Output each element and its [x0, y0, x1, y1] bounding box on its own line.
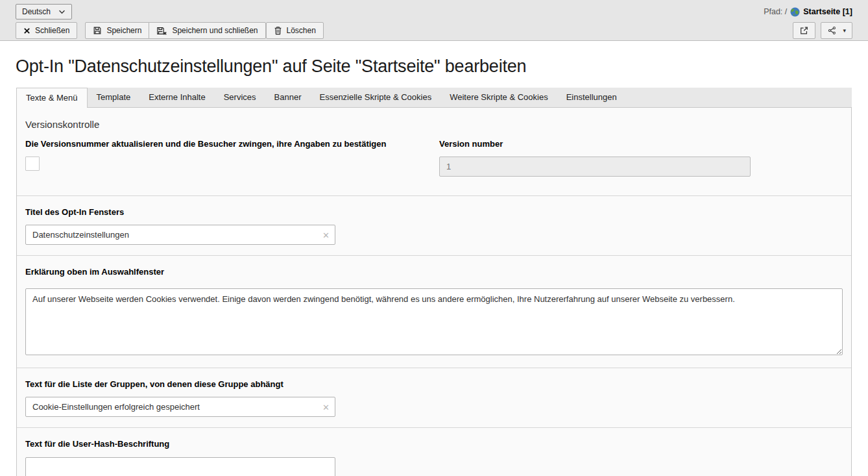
path-page-ref[interactable]: Startseite [1]: [790, 7, 852, 17]
tab-einstellungen[interactable]: Einstellungen: [557, 88, 626, 107]
explanation-label: Erklärung oben im Auswahlfenster: [25, 267, 843, 277]
section-group-list-text: Text für die Liste der Gruppen, von dene…: [17, 368, 851, 428]
open-in-new-window-button[interactable]: [793, 22, 815, 39]
path-label: Pfad: /: [764, 7, 787, 16]
explanation-textarea[interactable]: Auf unserer Webseite werden Cookies verw…: [25, 288, 843, 355]
breadcrumb: Pfad: / Startseite [1]: [764, 7, 852, 17]
optin-title-label: Titel des Opt-In Fensters: [25, 207, 843, 217]
tab-services[interactable]: Services: [215, 88, 265, 107]
tab-weitere-skripte[interactable]: Weitere Skripte & Cookies: [440, 88, 557, 107]
doc-header: Deutsch Pfad: / Startseite [1]: [0, 0, 868, 41]
version-update-checkbox-label: Die Versionsnummer aktualisieren und die…: [25, 139, 429, 149]
clear-field-icon[interactable]: ✕: [322, 403, 330, 411]
tab-template[interactable]: Template: [88, 88, 140, 107]
save-and-close-button-label: Speichern und schließen: [172, 26, 258, 35]
dropdown-caret-icon: ▾: [843, 27, 846, 34]
optin-title-input[interactable]: [25, 225, 335, 245]
close-icon: [23, 27, 30, 34]
version-update-checkbox[interactable]: [25, 157, 40, 171]
group-list-text-input[interactable]: [25, 397, 335, 417]
delete-button-label: Löschen: [287, 26, 316, 35]
share-dropdown-button[interactable]: ▾: [821, 22, 852, 39]
version-number-input: [439, 157, 751, 177]
clear-field-icon[interactable]: ✕: [322, 231, 330, 239]
section-user-hash-text: Text für die User-Hash-Beschriftung: [17, 428, 851, 476]
tab-banner[interactable]: Banner: [265, 88, 311, 107]
section-optin-title: Titel des Opt-In Fensters ✕: [17, 196, 851, 256]
close-button[interactable]: Schließen: [16, 22, 77, 39]
save-button-label: Speichern: [106, 26, 141, 35]
path-page-title: Startseite [1]: [803, 7, 852, 16]
tab-bar: Texte & Menü Template Externe Inhalte Se…: [16, 88, 852, 107]
language-select[interactable]: Deutsch: [16, 4, 72, 19]
trash-icon: [274, 26, 282, 35]
delete-button[interactable]: Löschen: [266, 22, 324, 39]
globe-icon: [790, 7, 800, 17]
user-hash-text-label: Text für die User-Hash-Beschriftung: [25, 439, 843, 449]
open-in-new-window-icon: [799, 26, 809, 35]
tab-texte-menu[interactable]: Texte & Menü: [16, 88, 88, 108]
save-icon: [93, 26, 102, 35]
section-explanation: Erklärung oben im Auswahlfenster Auf uns…: [17, 256, 851, 368]
version-number-label: Version number: [439, 139, 843, 149]
language-select-value: Deutsch: [22, 7, 51, 16]
tab-panel: Versionskontrolle Die Versionsnummer akt…: [16, 107, 852, 476]
save-and-close-button[interactable]: Speichern und schließen: [149, 22, 265, 39]
user-hash-text-input[interactable]: [25, 457, 335, 476]
close-button-label: Schließen: [35, 26, 69, 35]
share-icon: [827, 26, 837, 35]
page-title: Opt-In "Datenschutzeinstellungen" auf Se…: [16, 56, 852, 77]
tab-externe-inhalte[interactable]: Externe Inhalte: [139, 88, 214, 107]
chevron-down-icon: [58, 10, 66, 14]
save-close-icon: [156, 26, 167, 36]
tab-essenzielle-skripte[interactable]: Essenzielle Skripte & Cookies: [310, 88, 440, 107]
section-heading-versionskontrolle: Versionskontrolle: [25, 119, 843, 130]
save-button[interactable]: Speichern: [85, 22, 149, 39]
group-list-text-label: Text für die Liste der Gruppen, von dene…: [25, 379, 843, 389]
section-versionskontrolle: Versionskontrolle Die Versionsnummer akt…: [17, 108, 851, 196]
